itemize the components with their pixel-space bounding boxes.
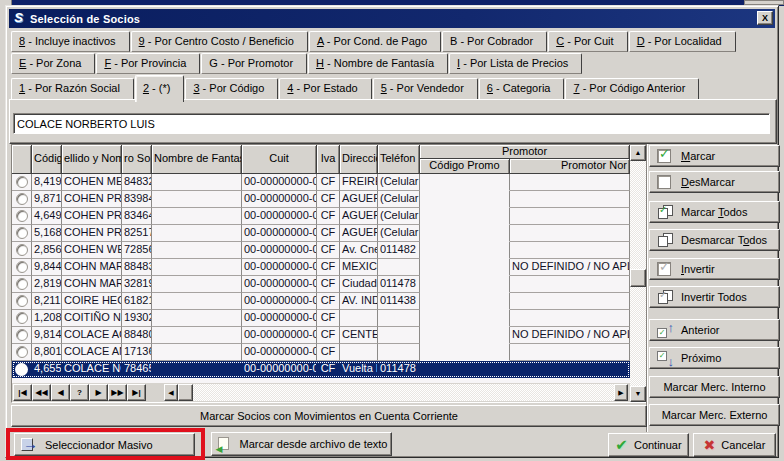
desmarcar-button[interactable]: DesMarcar bbox=[649, 171, 780, 193]
header-promotor-group[interactable]: Promotor bbox=[420, 145, 630, 159]
cell-codigo[interactable]: 9,871 bbox=[32, 191, 62, 208]
cell-direccion[interactable]: AGUER bbox=[340, 208, 378, 225]
cancelar-button[interactable]: ✖ Cancelar bbox=[693, 433, 776, 457]
header-iva[interactable]: Iva bbox=[317, 145, 340, 174]
row-radio[interactable] bbox=[16, 210, 28, 222]
cell-fantasia[interactable] bbox=[152, 361, 242, 378]
cell-apellido[interactable]: COITIÑO NI bbox=[62, 310, 122, 327]
cell-telefono[interactable]: 011438 bbox=[378, 293, 420, 310]
cell-apellido[interactable]: COHEN PR bbox=[62, 208, 122, 225]
cell-apellido[interactable]: COLACE AN bbox=[62, 344, 122, 361]
cell-fantasia[interactable] bbox=[152, 242, 242, 259]
tab-h-nombre-de-fantas-a[interactable]: H - Nombre de Fantasía bbox=[308, 53, 448, 74]
cell-codigo[interactable]: 8,801 bbox=[32, 344, 62, 361]
cell-telefono[interactable] bbox=[378, 259, 420, 276]
cell-apellido[interactable]: COHN MAR bbox=[62, 276, 122, 293]
marcar-merc-interno-button[interactable]: Marcar Merc. Interno bbox=[649, 376, 780, 398]
cell-promotor[interactable]: NO DEFINIDO / NO APL bbox=[510, 327, 630, 344]
marcar-todos-button[interactable]: ✓Marcar Todos bbox=[649, 201, 780, 223]
cell-codigo-promo[interactable] bbox=[420, 310, 510, 327]
cell-promotor[interactable] bbox=[510, 191, 630, 208]
cell-cuit[interactable]: 00-00000000-0 bbox=[242, 174, 317, 191]
cell-cuit[interactable]: 00-00000000-0 bbox=[242, 276, 317, 293]
cell-iva[interactable]: CF bbox=[317, 327, 340, 344]
tab-g-por-promotor[interactable]: G - Por Promotor bbox=[201, 53, 307, 74]
cell-codigo[interactable]: 9,844 bbox=[32, 259, 62, 276]
header-socio[interactable]: ro So bbox=[122, 145, 152, 174]
cell-direccion[interactable] bbox=[340, 344, 378, 361]
row-radio[interactable] bbox=[16, 261, 28, 273]
cell-telefono[interactable] bbox=[378, 327, 420, 344]
cell-direccion[interactable]: CENTE bbox=[340, 327, 378, 344]
cell-direccion[interactable]: MEXICO bbox=[340, 259, 378, 276]
vscroll-down-icon[interactable]: ▼ bbox=[630, 386, 646, 402]
table-row[interactable]: 8,419COHEN ME8483200-00000000-0CFFREIRE(… bbox=[12, 174, 630, 191]
cell-codigo[interactable]: 1,208 bbox=[32, 310, 62, 327]
cell-fantasia[interactable] bbox=[152, 344, 242, 361]
marcar-desde-archivo-button[interactable]: ◀ Marcar desde archivo de texto bbox=[211, 432, 392, 456]
cell-iva[interactable]: CF bbox=[317, 242, 340, 259]
hscroll-left-icon[interactable]: ◀ bbox=[164, 384, 178, 401]
pr-ximo-button[interactable]: ✓↓Próximo bbox=[649, 347, 780, 369]
cell-fantasia[interactable] bbox=[152, 174, 242, 191]
cell-codigo-promo[interactable] bbox=[420, 293, 510, 310]
nav-next[interactable]: ▶ bbox=[89, 384, 108, 401]
cell-telefono[interactable]: (Celular bbox=[378, 225, 420, 242]
cell-iva[interactable]: CF bbox=[317, 344, 340, 361]
row-marker-cell[interactable] bbox=[12, 276, 32, 293]
table-row[interactable]: 4,655COLACE NO7846500-00000000-0CFVuelta… bbox=[12, 361, 630, 378]
cell-promotor[interactable] bbox=[510, 276, 630, 293]
tab-9-por-centro-costo-beneficio[interactable]: 9 - Por Centro Costo / Beneficio bbox=[131, 31, 308, 52]
cell-apellido[interactable]: COLACE AG bbox=[62, 327, 122, 344]
cell-socio[interactable]: 17136 bbox=[122, 344, 152, 361]
cell-socio[interactable]: 32819 bbox=[122, 276, 152, 293]
cell-cuit[interactable]: 00-00000000-0 bbox=[242, 191, 317, 208]
cell-socio[interactable]: 82517 bbox=[122, 225, 152, 242]
cell-codigo[interactable]: 5,168 bbox=[32, 225, 62, 242]
cell-cuit[interactable]: 00-00000000-0 bbox=[242, 225, 317, 242]
row-radio[interactable] bbox=[16, 244, 28, 256]
cell-direccion[interactable]: AGUER bbox=[340, 225, 378, 242]
marcar-merc-externo-button[interactable]: Marcar Merc. Externo bbox=[649, 404, 780, 426]
row-marker-cell[interactable] bbox=[12, 344, 32, 361]
header-marker[interactable] bbox=[12, 145, 32, 174]
tab-8-incluye-inactivos[interactable]: 8 - Incluye inactivos bbox=[11, 31, 130, 52]
cell-apellido[interactable]: COIRE HEC bbox=[62, 293, 122, 310]
nav-last[interactable]: ▶| bbox=[127, 384, 146, 401]
cell-codigo-promo[interactable] bbox=[420, 174, 510, 191]
cell-iva[interactable]: CF bbox=[317, 174, 340, 191]
cell-socio[interactable]: 78465 bbox=[122, 361, 152, 378]
cell-apellido[interactable]: COHEN WE bbox=[62, 242, 122, 259]
table-row[interactable]: 9,814COLACE AG8848000-00000000-0CFCENTEN… bbox=[12, 327, 630, 344]
table-row[interactable]: 2,856COHEN WE7285600-00000000-0CFAv. Cne… bbox=[12, 242, 630, 259]
header-codigo[interactable]: Códig bbox=[32, 145, 62, 174]
cell-direccion[interactable]: Av. Cne bbox=[340, 242, 378, 259]
header-telefono[interactable]: Teléfon bbox=[378, 145, 420, 174]
cell-fantasia[interactable] bbox=[152, 259, 242, 276]
seleccionador-masivo-button[interactable]: → Seleccionador Masivo bbox=[14, 433, 195, 456]
cell-codigo-promo[interactable] bbox=[420, 327, 510, 344]
cell-telefono[interactable]: 011478 bbox=[378, 361, 420, 378]
cell-promotor[interactable] bbox=[510, 208, 630, 225]
row-marker-cell[interactable] bbox=[12, 191, 32, 208]
tab-c-por-cuit[interactable]: C - Por Cuit bbox=[548, 31, 627, 52]
cell-iva[interactable]: CF bbox=[317, 225, 340, 242]
cell-direccion[interactable]: FREIRE bbox=[340, 174, 378, 191]
row-marker-cell[interactable] bbox=[12, 225, 32, 242]
cell-codigo-promo[interactable] bbox=[420, 191, 510, 208]
cell-socio[interactable]: 19302 bbox=[122, 310, 152, 327]
table-row[interactable]: 5,168COHEN PR8251700-00000000-0CFAGUER(C… bbox=[12, 225, 630, 242]
cell-codigo[interactable]: 4,655 bbox=[32, 361, 62, 378]
hscroll-right-icon[interactable]: ▶ bbox=[614, 384, 628, 401]
table-row[interactable]: 2,819COHN MAR3281900-00000000-0CFCiudad0… bbox=[12, 276, 630, 293]
marcar-button[interactable]: ✓Marcar bbox=[649, 145, 780, 167]
cell-codigo-promo[interactable] bbox=[420, 242, 510, 259]
cell-promotor[interactable] bbox=[510, 225, 630, 242]
tab-e-por-zona[interactable]: E - Por Zona bbox=[11, 53, 95, 74]
cell-iva[interactable]: CF bbox=[317, 310, 340, 327]
continuar-button[interactable]: ✔ Continuar bbox=[608, 433, 689, 457]
hscroll-thumb[interactable] bbox=[178, 384, 193, 401]
dialog-titlebar[interactable]: S Selección de Socios X bbox=[9, 9, 775, 28]
cell-iva[interactable]: CF bbox=[317, 191, 340, 208]
tab-a-por-cond-de-pago[interactable]: A - Por Cond. de Pago bbox=[309, 31, 441, 52]
